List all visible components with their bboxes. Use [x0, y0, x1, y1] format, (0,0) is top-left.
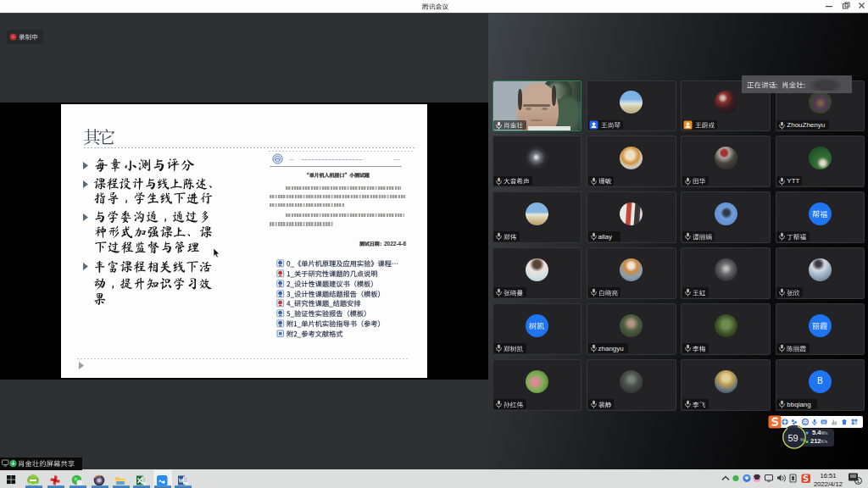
svg-text:%: %	[800, 437, 805, 442]
svg-text:59: 59	[787, 433, 798, 443]
svg-text:1: 1	[857, 478, 860, 484]
